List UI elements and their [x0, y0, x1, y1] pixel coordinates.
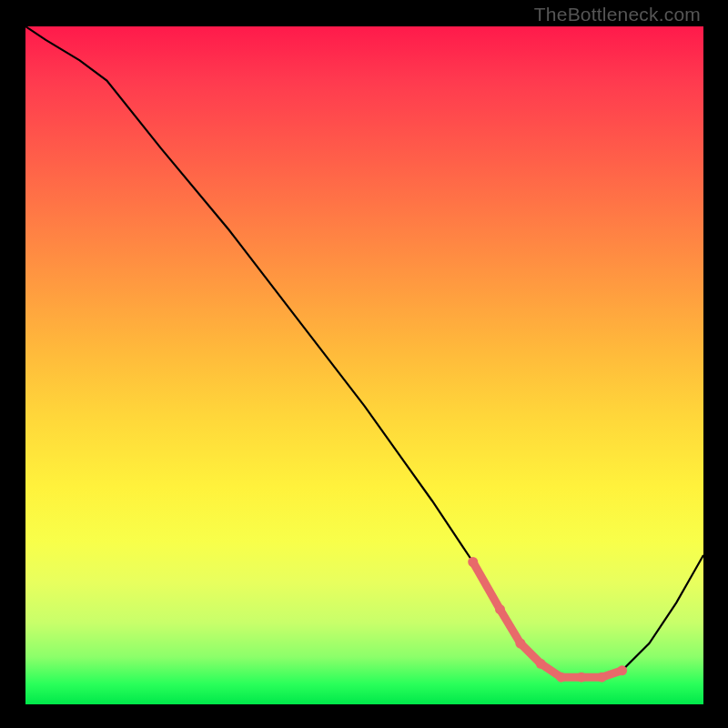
curve-highlight: [473, 562, 622, 678]
chart-frame: TheBottleneck.com: [0, 0, 728, 728]
curve-main: [25, 26, 703, 677]
bottleneck-curve: [25, 26, 703, 704]
highlight-dot: [536, 659, 546, 669]
highlight-dot: [495, 604, 505, 614]
highlight-dot: [597, 672, 607, 682]
highlight-dot: [617, 665, 627, 675]
highlight-dot: [576, 672, 586, 682]
highlight-dot: [515, 639, 525, 649]
highlight-dot: [468, 557, 478, 567]
plot-area: [25, 26, 703, 704]
watermark-text: TheBottleneck.com: [534, 4, 701, 25]
highlight-dot: [556, 672, 566, 682]
